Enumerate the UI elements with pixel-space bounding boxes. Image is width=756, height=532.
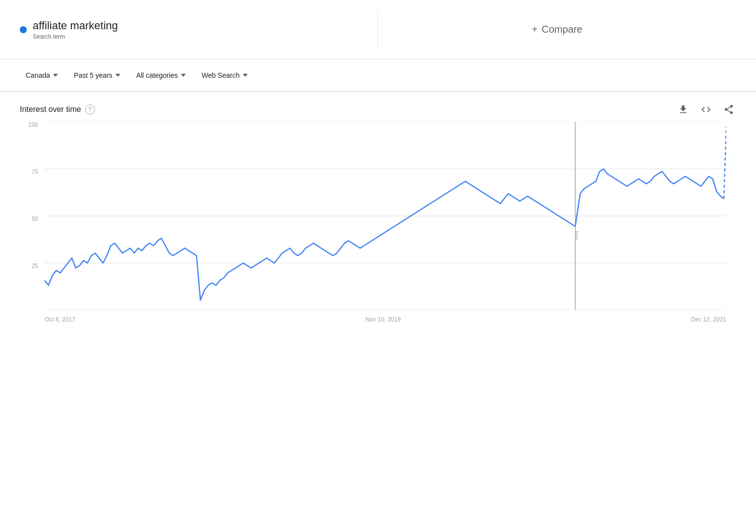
embed-button[interactable] [699,102,713,117]
categories-chevron-icon [181,74,186,77]
y-label-50: 50 [32,216,38,222]
svg-text:Note: Note [574,231,579,241]
help-icon[interactable]: ? [85,105,95,114]
time-range-filter[interactable]: Past 5 years [68,68,126,82]
search-type-filter[interactable]: Web Search [196,68,254,82]
search-term-text: affiliate marketing Search term [33,19,118,40]
x-label-2021: Dec 12, 2021 [691,316,726,323]
compare-button[interactable]: + Compare [378,10,736,49]
search-term-container: affiliate marketing Search term [20,10,378,49]
y-label-75: 75 [32,169,38,175]
search-type-label: Web Search [202,71,240,79]
filters-section: Canada Past 5 years All categories Web S… [0,59,756,92]
chart-actions [676,102,736,117]
y-axis: 100 75 50 25 [20,122,42,310]
search-term-name: affiliate marketing [33,19,118,32]
download-button[interactable] [676,102,691,117]
chart-title-group: Interest over time ? [20,105,95,114]
region-chevron-icon [53,74,58,77]
region-label: Canada [26,71,50,79]
categories-label: All categories [136,71,178,79]
time-range-label: Past 5 years [74,71,112,79]
chart-section: Interest over time ? 100 [0,92,756,350]
x-label-2017: Oct 8, 2017 [45,316,75,323]
x-axis: Oct 8, 2017 Nov 10, 2019 Dec 12, 2021 [45,312,726,330]
time-range-chevron-icon [115,74,120,77]
chart-drawing-area: Note [45,122,726,310]
compare-plus-icon: + [532,24,538,35]
x-label-2019: Nov 10, 2019 [366,316,401,323]
y-label-100: 100 [28,122,38,128]
chart-header: Interest over time ? [20,102,736,117]
chart-title: Interest over time [20,105,81,114]
compare-label: Compare [541,24,582,35]
region-filter[interactable]: Canada [20,68,64,82]
share-button[interactable] [721,102,736,117]
search-type-chevron-icon [243,74,248,77]
top-section: affiliate marketing Search term + Compar… [0,0,756,59]
search-term-dot [20,26,27,33]
chart-svg: Note [45,122,726,310]
categories-filter[interactable]: All categories [130,68,192,82]
search-term-label: Search term [33,33,118,40]
chart-container: 100 75 50 25 Note [20,122,736,330]
y-label-25: 25 [32,263,38,269]
